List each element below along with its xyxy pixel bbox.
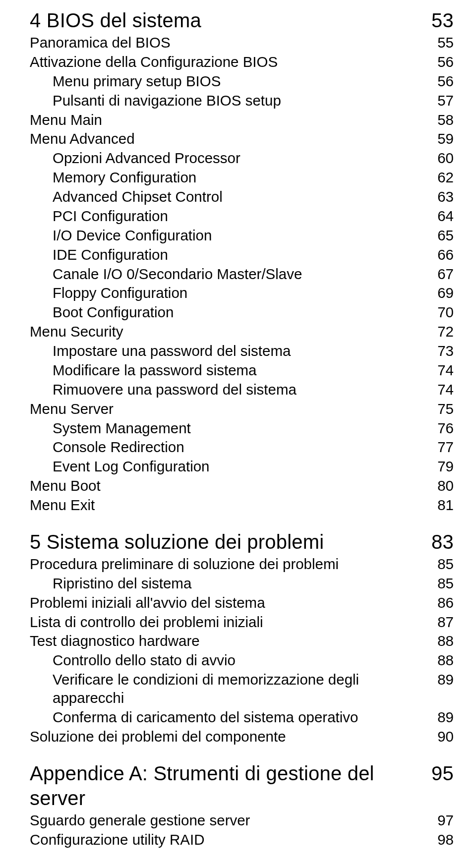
toc-page-number: 58 (424, 111, 454, 129)
toc-row: IDE Configuration66 (30, 246, 454, 264)
toc-page-number: 97 (424, 811, 454, 830)
toc-entry-l0: Menu Security (30, 323, 123, 341)
toc-page-number: 89 (424, 671, 454, 689)
toc-page-number: 74 (424, 381, 454, 399)
toc-page-number: 85 (424, 575, 454, 593)
toc-row: System Management76 (30, 419, 454, 438)
toc-entry-l1: Menu primary setup BIOS (53, 72, 226, 91)
toc-row: Panoramica del BIOS55 (30, 34, 454, 52)
chapter-title: Appendice A: Strumenti di gestione del s… (30, 761, 424, 810)
section-gap (30, 746, 454, 758)
toc-row: Advanced Chipset Control63 (30, 188, 454, 206)
toc-row: Menu Server75 (30, 400, 454, 418)
toc-page-number: 86 (424, 594, 454, 612)
toc-row: Event Log Configuration79 (30, 458, 454, 476)
toc-row: Menu Exit81 (30, 496, 454, 515)
toc-entry-l0: Configurazione utility RAID (30, 831, 205, 849)
toc-page-number: 67 (424, 265, 454, 284)
toc-entry-l1: System Management (53, 419, 196, 438)
toc-page-number: 57 (424, 92, 454, 110)
toc-page-number: 73 (424, 342, 454, 360)
toc-row: 4 BIOS del sistema53 (30, 8, 454, 33)
toc-entry-l0: Soluzione dei problemi del componente (30, 728, 286, 746)
toc-row: Menu Advanced59 (30, 130, 454, 148)
toc-row: Console Redirection77 (30, 438, 454, 457)
toc-entry-l1: Canale I/O 0/Secondario Master/Slave (53, 265, 307, 284)
toc-page-number: 65 (424, 227, 454, 245)
toc-entry-l0: Problemi iniziali all'avvio del sistema (30, 594, 265, 612)
toc-row: Boot Configuration70 (30, 303, 454, 322)
toc-row: Menu Security72 (30, 323, 454, 341)
toc-row: Conferma di caricamento del sistema oper… (30, 708, 454, 727)
toc-row: Menu Main58 (30, 111, 454, 129)
chapter-page: 83 (424, 529, 454, 554)
chapter-title: 5 Sistema soluzione dei problemi (30, 529, 324, 554)
toc-page-number: 77 (424, 438, 454, 457)
toc-page-number: 63 (424, 188, 454, 206)
toc-row: Modificare la password sistema74 (30, 361, 454, 380)
toc-entry-l1: Pulsanti di navigazione BIOS setup (53, 92, 286, 110)
toc-page-number: 79 (424, 458, 454, 476)
toc-entry-l1: Verificare le condizioni di memorizzazio… (53, 671, 424, 707)
toc-row: Attivazione della Configurazione BIOS56 (30, 53, 454, 71)
toc-entry-l0: Procedura preliminare di soluzione dei p… (30, 555, 339, 574)
toc-entry-l1: Impostare una password del sistema (53, 342, 296, 360)
toc-row: Appendice A: Strumenti di gestione del s… (30, 761, 454, 810)
toc-entry-l0: Sguardo generale gestione server (30, 811, 250, 830)
toc-entry-l1: Console Redirection (53, 438, 189, 457)
toc-page-number: 76 (424, 419, 454, 438)
toc-page-number: 56 (424, 72, 454, 91)
toc-entry-l1: PCI Configuration (53, 207, 173, 226)
toc-page-number: 81 (424, 496, 454, 515)
toc-entry-l0: Panoramica del BIOS (30, 34, 171, 52)
toc-row: Lista di controllo dei problemi iniziali… (30, 613, 454, 632)
toc-entry-l0: Menu Advanced (30, 130, 135, 148)
toc-entry-l1: Advanced Chipset Control (53, 188, 228, 206)
toc-entry-l1: I/O Device Configuration (53, 227, 217, 245)
toc-entry-l0: Menu Main (30, 111, 102, 129)
toc-page-number: 74 (424, 361, 454, 380)
toc-row: Procedura preliminare di soluzione dei p… (30, 555, 454, 574)
toc-page-number: 75 (424, 400, 454, 418)
toc-row: Verificare le condizioni di memorizzazio… (30, 671, 454, 707)
toc-row: Controllo dello stato di avvio88 (30, 651, 454, 670)
toc-row: Impostare una password del sistema73 (30, 342, 454, 360)
toc-row: I/O Device Configuration65 (30, 227, 454, 245)
toc-entry-l1: Controllo dello stato di avvio (53, 651, 240, 670)
toc-page-number: 89 (424, 708, 454, 727)
toc-entry-l0: Attivazione della Configurazione BIOS (30, 53, 278, 71)
toc-entry-l1: Opzioni Advanced Processor (53, 149, 245, 168)
toc-entry-l0: Menu Exit (30, 496, 95, 515)
toc-row: Rimuovere una password del sistema74 (30, 381, 454, 399)
toc-page: 4 BIOS del sistema53Panoramica del BIOS5… (0, 0, 476, 868)
chapter-page: 95 (424, 761, 454, 786)
toc-row: Problemi iniziali all'avvio del sistema8… (30, 594, 454, 612)
toc-row: Pulsanti di navigazione BIOS setup57 (30, 92, 454, 110)
toc-row: Canale I/O 0/Secondario Master/Slave67 (30, 265, 454, 284)
toc-row: 5 Sistema soluzione dei problemi83 (30, 529, 454, 554)
toc-page-number: 72 (424, 323, 454, 341)
toc-page-number: 66 (424, 246, 454, 264)
toc-entry-l1: Memory Configuration (53, 169, 201, 187)
toc-page-number: 56 (424, 53, 454, 71)
toc-page-number: 70 (424, 303, 454, 322)
chapter-page: 53 (424, 8, 454, 33)
toc-row: Memory Configuration62 (30, 169, 454, 187)
toc-entry-l1: Floppy Configuration (53, 284, 192, 302)
toc-page-number: 62 (424, 169, 454, 187)
toc-entry-l1: Boot Configuration (53, 303, 178, 322)
toc-page-number: 69 (424, 284, 454, 302)
toc-row: Sguardo generale gestione server97 (30, 811, 454, 830)
toc-page-number: 87 (424, 613, 454, 632)
toc-page-number: 85 (424, 555, 454, 574)
toc-row: Opzioni Advanced Processor60 (30, 149, 454, 168)
toc-entry-l1: Event Log Configuration (53, 458, 215, 476)
toc-page-number: 64 (424, 207, 454, 226)
chapter-title: 4 BIOS del sistema (30, 8, 201, 33)
toc-page-number: 60 (424, 149, 454, 168)
toc-page-number: 90 (424, 728, 454, 746)
toc-row: Ripristino del sistema85 (30, 575, 454, 593)
toc-entry-l1: Modificare la password sistema (53, 361, 262, 380)
toc-row: Soluzione dei problemi del componente90 (30, 728, 454, 746)
toc-page-number: 80 (424, 477, 454, 495)
